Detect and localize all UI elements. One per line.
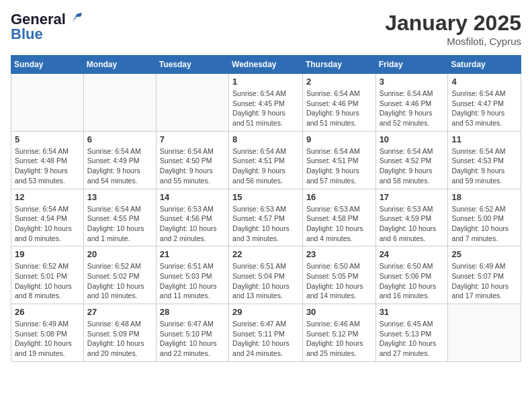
calendar-cell: 19Sunrise: 6:52 AMSunset: 5:01 PMDayligh… bbox=[11, 246, 84, 304]
calendar-cell: 2Sunrise: 6:54 AMSunset: 4:46 PMDaylight… bbox=[302, 74, 375, 132]
calendar-header-saturday: Saturday bbox=[448, 56, 521, 74]
day-info: Sunrise: 6:50 AMSunset: 5:06 PMDaylight:… bbox=[380, 261, 445, 301]
day-number: 16 bbox=[306, 192, 372, 202]
calendar-cell: 18Sunrise: 6:52 AMSunset: 5:00 PMDayligh… bbox=[448, 189, 521, 246]
day-number: 14 bbox=[160, 192, 225, 202]
calendar-cell: 20Sunrise: 6:52 AMSunset: 5:02 PMDayligh… bbox=[83, 246, 156, 304]
day-number: 13 bbox=[87, 192, 152, 202]
calendar-header-monday: Monday bbox=[83, 56, 156, 74]
day-info: Sunrise: 6:51 AMSunset: 5:03 PMDaylight:… bbox=[160, 261, 225, 301]
calendar-cell: 15Sunrise: 6:53 AMSunset: 4:57 PMDayligh… bbox=[229, 189, 303, 246]
day-info: Sunrise: 6:53 AMSunset: 4:59 PMDaylight:… bbox=[380, 204, 445, 244]
day-number: 8 bbox=[232, 134, 299, 144]
day-info: Sunrise: 6:46 AMSunset: 5:12 PMDaylight:… bbox=[306, 319, 372, 359]
month-title: January 2025 bbox=[385, 11, 521, 36]
calendar-header-sunday: Sunday bbox=[11, 56, 84, 74]
calendar-cell: 21Sunrise: 6:51 AMSunset: 5:03 PMDayligh… bbox=[156, 246, 228, 304]
day-info: Sunrise: 6:51 AMSunset: 5:04 PMDaylight:… bbox=[232, 261, 299, 301]
day-info: Sunrise: 6:54 AMSunset: 4:47 PMDaylight:… bbox=[451, 89, 517, 128]
week-row-5: 26Sunrise: 6:49 AMSunset: 5:08 PMDayligh… bbox=[11, 304, 521, 362]
day-number: 11 bbox=[451, 134, 517, 144]
calendar-table: SundayMondayTuesdayWednesdayThursdayFrid… bbox=[11, 55, 521, 362]
day-number: 1 bbox=[232, 77, 299, 87]
day-number: 2 bbox=[306, 77, 372, 87]
page-header: General Blue January 2025 Mosfiloti, Cyp… bbox=[11, 11, 521, 47]
day-number: 10 bbox=[380, 134, 445, 144]
day-number: 19 bbox=[15, 249, 80, 259]
logo: General Blue bbox=[11, 11, 82, 43]
day-number: 23 bbox=[306, 249, 372, 259]
calendar-cell: 13Sunrise: 6:54 AMSunset: 4:55 PMDayligh… bbox=[83, 189, 156, 246]
day-number: 28 bbox=[160, 307, 225, 317]
day-info: Sunrise: 6:53 AMSunset: 4:58 PMDaylight:… bbox=[306, 204, 372, 244]
day-info: Sunrise: 6:49 AMSunset: 5:08 PMDaylight:… bbox=[15, 319, 80, 359]
day-info: Sunrise: 6:54 AMSunset: 4:51 PMDaylight:… bbox=[232, 146, 299, 186]
day-number: 24 bbox=[380, 249, 445, 259]
calendar-header-row: SundayMondayTuesdayWednesdayThursdayFrid… bbox=[11, 56, 521, 74]
day-number: 25 bbox=[451, 249, 517, 259]
calendar-cell: 9Sunrise: 6:54 AMSunset: 4:51 PMDaylight… bbox=[302, 131, 375, 189]
day-number: 3 bbox=[380, 77, 445, 87]
day-number: 4 bbox=[451, 77, 517, 87]
calendar-cell: 16Sunrise: 6:53 AMSunset: 4:58 PMDayligh… bbox=[302, 189, 375, 246]
calendar-cell: 17Sunrise: 6:53 AMSunset: 4:59 PMDayligh… bbox=[375, 189, 448, 246]
day-info: Sunrise: 6:48 AMSunset: 5:09 PMDaylight:… bbox=[87, 319, 152, 359]
calendar-cell bbox=[448, 304, 521, 362]
calendar-header-tuesday: Tuesday bbox=[156, 56, 228, 74]
day-info: Sunrise: 6:45 AMSunset: 5:13 PMDaylight:… bbox=[380, 319, 445, 359]
day-number: 29 bbox=[232, 307, 299, 317]
day-number: 20 bbox=[87, 249, 152, 259]
calendar-header-friday: Friday bbox=[375, 56, 448, 74]
day-info: Sunrise: 6:54 AMSunset: 4:49 PMDaylight:… bbox=[87, 146, 152, 186]
day-number: 15 bbox=[232, 192, 299, 202]
day-info: Sunrise: 6:47 AMSunset: 5:10 PMDaylight:… bbox=[160, 319, 225, 359]
calendar-cell bbox=[156, 74, 228, 132]
day-info: Sunrise: 6:54 AMSunset: 4:46 PMDaylight:… bbox=[306, 89, 372, 128]
day-number: 12 bbox=[15, 192, 80, 202]
calendar-cell: 31Sunrise: 6:45 AMSunset: 5:13 PMDayligh… bbox=[375, 304, 448, 362]
week-row-1: 1Sunrise: 6:54 AMSunset: 4:45 PMDaylight… bbox=[11, 74, 521, 132]
calendar-cell: 1Sunrise: 6:54 AMSunset: 4:45 PMDaylight… bbox=[229, 74, 303, 132]
day-info: Sunrise: 6:54 AMSunset: 4:52 PMDaylight:… bbox=[380, 146, 445, 186]
day-info: Sunrise: 6:50 AMSunset: 5:05 PMDaylight:… bbox=[306, 261, 372, 301]
calendar-cell bbox=[83, 74, 156, 132]
location: Mosfiloti, Cyprus bbox=[385, 36, 521, 47]
calendar-cell: 7Sunrise: 6:54 AMSunset: 4:50 PMDaylight… bbox=[156, 131, 228, 189]
calendar-body: 1Sunrise: 6:54 AMSunset: 4:45 PMDaylight… bbox=[11, 74, 521, 362]
calendar-cell: 28Sunrise: 6:47 AMSunset: 5:10 PMDayligh… bbox=[156, 304, 228, 362]
day-info: Sunrise: 6:54 AMSunset: 4:53 PMDaylight:… bbox=[451, 146, 517, 186]
calendar-cell: 29Sunrise: 6:47 AMSunset: 5:11 PMDayligh… bbox=[229, 304, 303, 362]
day-info: Sunrise: 6:53 AMSunset: 4:57 PMDaylight:… bbox=[232, 204, 299, 244]
day-info: Sunrise: 6:47 AMSunset: 5:11 PMDaylight:… bbox=[232, 319, 299, 359]
day-number: 7 bbox=[160, 134, 225, 144]
calendar-cell: 12Sunrise: 6:54 AMSunset: 4:54 PMDayligh… bbox=[11, 189, 84, 246]
calendar-cell: 8Sunrise: 6:54 AMSunset: 4:51 PMDaylight… bbox=[229, 131, 303, 189]
day-number: 17 bbox=[380, 192, 445, 202]
day-number: 26 bbox=[15, 307, 80, 317]
day-info: Sunrise: 6:49 AMSunset: 5:07 PMDaylight:… bbox=[451, 261, 517, 301]
day-info: Sunrise: 6:54 AMSunset: 4:51 PMDaylight:… bbox=[306, 146, 372, 186]
week-row-3: 12Sunrise: 6:54 AMSunset: 4:54 PMDayligh… bbox=[11, 189, 521, 246]
calendar-cell: 23Sunrise: 6:50 AMSunset: 5:05 PMDayligh… bbox=[302, 246, 375, 304]
day-info: Sunrise: 6:52 AMSunset: 5:00 PMDaylight:… bbox=[451, 204, 517, 244]
calendar-cell: 6Sunrise: 6:54 AMSunset: 4:49 PMDaylight… bbox=[83, 131, 156, 189]
calendar-cell: 22Sunrise: 6:51 AMSunset: 5:04 PMDayligh… bbox=[229, 246, 303, 304]
day-info: Sunrise: 6:52 AMSunset: 5:01 PMDaylight:… bbox=[15, 261, 80, 301]
calendar-cell: 24Sunrise: 6:50 AMSunset: 5:06 PMDayligh… bbox=[375, 246, 448, 304]
calendar-cell: 3Sunrise: 6:54 AMSunset: 4:46 PMDaylight… bbox=[375, 74, 448, 132]
calendar-cell bbox=[11, 74, 84, 132]
calendar-header-wednesday: Wednesday bbox=[229, 56, 303, 74]
day-info: Sunrise: 6:54 AMSunset: 4:50 PMDaylight:… bbox=[160, 146, 225, 186]
calendar-cell: 11Sunrise: 6:54 AMSunset: 4:53 PMDayligh… bbox=[448, 131, 521, 189]
day-number: 6 bbox=[87, 134, 152, 144]
day-info: Sunrise: 6:53 AMSunset: 4:56 PMDaylight:… bbox=[160, 204, 225, 244]
day-info: Sunrise: 6:54 AMSunset: 4:46 PMDaylight:… bbox=[380, 89, 445, 128]
logo-bird-icon bbox=[67, 10, 82, 25]
week-row-2: 5Sunrise: 6:54 AMSunset: 4:48 PMDaylight… bbox=[11, 131, 521, 189]
calendar-cell: 27Sunrise: 6:48 AMSunset: 5:09 PMDayligh… bbox=[83, 304, 156, 362]
calendar-cell: 30Sunrise: 6:46 AMSunset: 5:12 PMDayligh… bbox=[302, 304, 375, 362]
calendar-cell: 4Sunrise: 6:54 AMSunset: 4:47 PMDaylight… bbox=[448, 74, 521, 132]
day-info: Sunrise: 6:54 AMSunset: 4:54 PMDaylight:… bbox=[15, 204, 80, 244]
day-number: 30 bbox=[306, 307, 372, 317]
calendar-cell: 26Sunrise: 6:49 AMSunset: 5:08 PMDayligh… bbox=[11, 304, 84, 362]
